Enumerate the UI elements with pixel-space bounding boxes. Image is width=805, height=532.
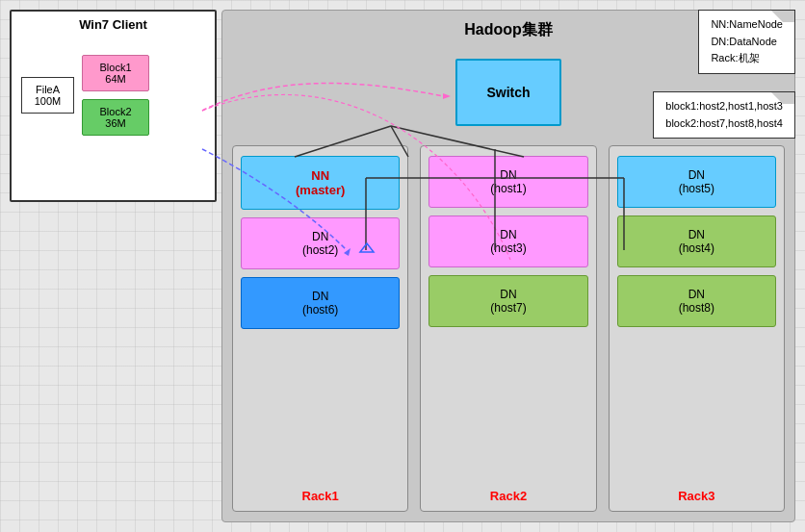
node-nn-master: NN(master) [241, 156, 400, 210]
hadoop-cluster-box: Hadoop集群 Switch NN(master) DN(host2) DN(… [221, 10, 795, 522]
blocks-column: Block1 64M Block2 36M [82, 55, 149, 136]
rack1-label: Rack1 [302, 489, 339, 503]
node-host2: DN(host2) [241, 217, 400, 269]
switch-box: Switch [455, 59, 561, 126]
file-name: FileA [30, 84, 65, 95]
switch-label: Switch [486, 85, 530, 100]
node-host5: DN(host5) [617, 156, 776, 208]
node-host8: DN(host8) [617, 275, 776, 327]
node-host3: DN(host3) [428, 215, 587, 267]
legend-block-info: block1:host2,host1,host3block2:host7,hos… [653, 91, 795, 139]
rack3-label: Rack3 [678, 489, 714, 503]
win7-content: FileA 100M Block1 64M Block2 36M [12, 45, 215, 145]
file-size: 100M [30, 95, 65, 107]
node-host7: DN(host7) [428, 275, 587, 327]
nn-label: NN(master) [246, 168, 395, 197]
win7-client-box: Win7 Client FileA 100M Block1 64M Block2… [10, 10, 217, 202]
legend-block-text: block1:host2,host1,host3block2:host7,hos… [665, 98, 783, 132]
block2-name: Block2 [92, 106, 139, 117]
rack3: DN(host5) DN(host4) DN(host8) Rack3 [609, 145, 785, 512]
rack2-label: Rack2 [490, 489, 527, 503]
block1-name: Block1 [92, 62, 139, 73]
rack2: DN(host1) DN(host3) DN(host7) Rack2 [420, 145, 596, 512]
block1-size: 64M [92, 73, 139, 85]
block2-size: 36M [92, 117, 139, 129]
legend-nn-text: NN:NameNodeDN:DataNodeRack:机架 [711, 16, 783, 67]
node-host1: DN(host1) [428, 156, 587, 208]
rack1: NN(master) DN(host2) DN(host6) Rack1 [232, 145, 408, 512]
node-host4: DN(host4) [617, 215, 776, 267]
legend-nn-dn: NN:NameNodeDN:DataNodeRack:机架 [698, 10, 795, 74]
win7-title: Win7 Client [12, 12, 215, 36]
file-box: FileA 100M [21, 77, 74, 114]
racks-area: NN(master) DN(host2) DN(host6) Rack1 DN(… [232, 145, 785, 512]
block2-box: Block2 36M [82, 99, 149, 136]
node-host6: DN(host6) [241, 277, 400, 329]
block1-box: Block1 64M [82, 55, 149, 91]
